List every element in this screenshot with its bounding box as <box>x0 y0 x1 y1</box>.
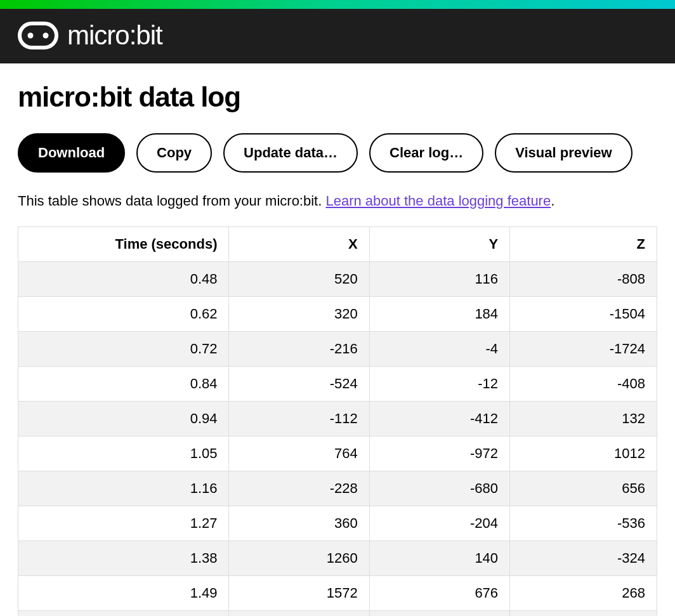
table-cell: -412 <box>369 402 509 436</box>
table-cell: 648 <box>369 611 509 617</box>
table-cell: -1724 <box>510 332 657 367</box>
main-content: micro:bit data log Download Copy Update … <box>0 63 675 616</box>
table-cell: 1.27 <box>18 506 229 541</box>
svg-point-1 <box>28 33 34 39</box>
table-cell: -536 <box>510 506 657 541</box>
data-table: Time (seconds)XYZ 0.48520116-8080.623201… <box>18 227 657 616</box>
table-cell: 0.72 <box>18 332 229 367</box>
table-row: 0.62320184-1504 <box>18 297 657 332</box>
column-header: Time (seconds) <box>18 227 229 262</box>
table-row: 0.72-216-4-1724 <box>18 332 657 367</box>
table-row: 1.27360-204-536 <box>18 506 657 541</box>
table-cell: 520 <box>229 262 369 297</box>
table-cell: -324 <box>510 541 657 576</box>
table-cell: 656 <box>510 471 657 506</box>
table-cell: -112 <box>229 402 369 436</box>
table-cell: 1.38 <box>18 541 229 576</box>
table-row: 1.601264648-1316 <box>18 611 657 617</box>
table-cell: 0.48 <box>18 262 229 297</box>
table-cell: 1264 <box>229 611 369 617</box>
table-cell: -972 <box>369 436 509 471</box>
svg-point-2 <box>43 33 49 39</box>
table-cell: -12 <box>369 367 509 402</box>
table-row: 0.94-112-412132 <box>18 402 657 436</box>
brand-logo[interactable]: micro:bit <box>18 20 162 51</box>
table-row: 1.491572676268 <box>18 576 657 611</box>
description-prefix: This table shows data logged from your m… <box>18 193 325 209</box>
table-cell: 1.49 <box>18 576 229 611</box>
brand-name: micro:bit <box>67 20 162 51</box>
table-cell: 360 <box>229 506 369 541</box>
page-title: micro:bit data log <box>18 81 657 113</box>
description-text: This table shows data logged from your m… <box>18 190 657 211</box>
table-cell: 1012 <box>510 436 657 471</box>
clear-log-button[interactable]: Clear log… <box>369 133 483 173</box>
description-suffix: . <box>551 193 554 209</box>
column-header: X <box>229 227 369 262</box>
header-bar: micro:bit <box>0 9 675 63</box>
table-cell: -228 <box>229 471 369 506</box>
table-row: 0.48520116-808 <box>18 262 657 297</box>
table-cell: 676 <box>369 576 509 611</box>
table-cell: 1572 <box>229 576 369 611</box>
learn-more-link[interactable]: Learn about the data logging feature <box>325 193 551 209</box>
table-cell: 320 <box>229 297 369 332</box>
table-cell: 1.16 <box>18 471 229 506</box>
table-cell: 0.84 <box>18 367 229 402</box>
download-button[interactable]: Download <box>18 133 125 173</box>
table-cell: 764 <box>229 436 369 471</box>
table-body: 0.48520116-8080.62320184-15040.72-216-4-… <box>18 262 657 617</box>
table-cell: -216 <box>229 332 369 367</box>
table-row: 1.05764-9721012 <box>18 436 657 471</box>
column-header: Y <box>369 227 509 262</box>
data-table-wrap: Time (seconds)XYZ 0.48520116-8080.623201… <box>18 226 657 616</box>
table-cell: 0.94 <box>18 402 229 436</box>
table-cell: 0.62 <box>18 297 229 332</box>
table-cell: 268 <box>510 576 657 611</box>
table-cell: 184 <box>369 297 509 332</box>
table-row: 1.16-228-680656 <box>18 471 657 506</box>
table-cell: 1.05 <box>18 436 229 471</box>
microbit-icon <box>18 22 58 49</box>
table-cell: -4 <box>369 332 509 367</box>
table-row: 1.381260140-324 <box>18 541 657 576</box>
table-cell: -408 <box>510 367 657 402</box>
table-cell: 1260 <box>229 541 369 576</box>
table-cell: 116 <box>369 262 509 297</box>
visual-preview-button[interactable]: Visual preview <box>495 133 632 173</box>
table-cell: -1316 <box>510 611 657 617</box>
table-cell: 140 <box>369 541 509 576</box>
update-data-button[interactable]: Update data… <box>223 133 358 173</box>
table-row: 0.84-524-12-408 <box>18 367 657 402</box>
table-header: Time (seconds)XYZ <box>18 227 657 262</box>
table-cell: -808 <box>510 262 657 297</box>
column-header: Z <box>510 227 657 262</box>
top-gradient-bar <box>0 0 675 9</box>
table-cell: 1.60 <box>18 611 229 617</box>
table-cell: -524 <box>229 367 369 402</box>
action-buttons: Download Copy Update data… Clear log… Vi… <box>18 133 657 173</box>
table-cell: -1504 <box>510 297 657 332</box>
svg-rect-0 <box>20 23 56 48</box>
copy-button[interactable]: Copy <box>136 133 212 173</box>
table-cell: 132 <box>510 402 657 436</box>
table-cell: -204 <box>369 506 509 541</box>
table-cell: -680 <box>369 471 509 506</box>
